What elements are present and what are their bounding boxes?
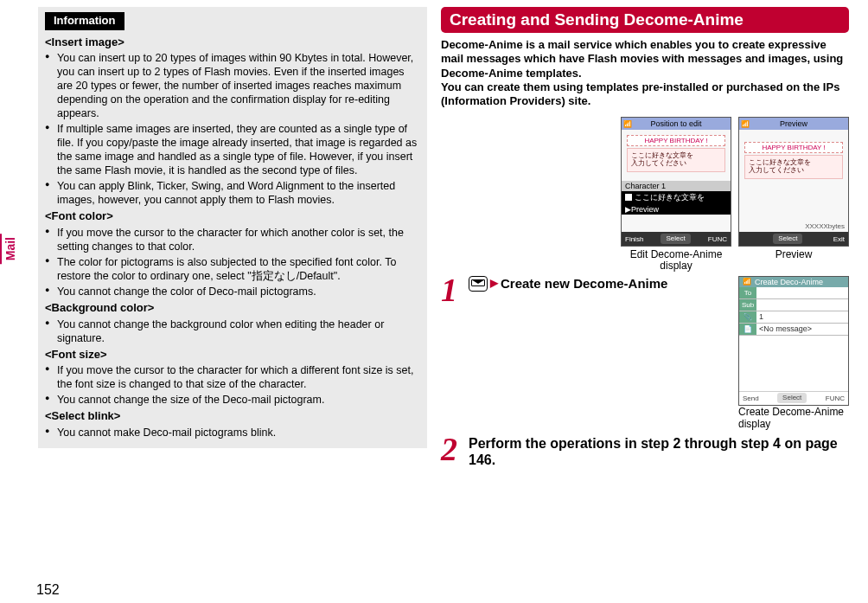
left-column: Information <Insert image> You can inser… [12,7,434,603]
phone-edit: 📶 Position to edit HAPPY BIRTHDAY ! ここに好… [621,117,731,272]
list-item: If multiple same images are inserted, th… [45,122,420,177]
list-item: The color for pictograms is also subject… [45,255,420,283]
page-number: 152 [36,582,60,598]
phone-edit-screen: 📶 Position to edit HAPPY BIRTHDAY ! ここに好… [621,117,731,247]
antenna-icon: 📶 [741,120,750,128]
heading-insert-image: <Insert image> [45,35,420,50]
status-title: Position to edit [650,119,701,128]
highlight-text: ここに好きな文章を [635,192,705,203]
clip-icon: 📎 [739,311,756,323]
phone-preview: 📶 Preview HAPPY BIRTHDAY ! ここに好きな文章を 入力し… [738,117,849,272]
step-number: 2 [441,435,463,463]
list-font-size: If you move the cursor to the character … [45,363,420,407]
step-body: ▶ Create new Decome-Anime [469,276,731,292]
compose-title: Create Deco-Anime [755,278,823,286]
list-background-color: You cannot change the background color w… [45,318,420,345]
phone-preview-screen: 📶 Preview HAPPY BIRTHDAY ! ここに好きな文章を 入力し… [738,117,849,247]
heading-select-blink: <Select blink> [45,409,420,424]
list-item: You cannot change the background color w… [45,318,420,345]
softkey-left[interactable]: Finish [625,235,643,243]
field-attach[interactable]: 📎1 [739,311,848,324]
field-sub[interactable]: Sub [739,299,848,311]
softkey-bar: Send Select FUNC [739,391,848,405]
softkey-select[interactable]: Select [661,234,690,244]
mail-key-icon[interactable] [469,276,488,292]
list-item: You can apply Blink, Ticker, Swing, and … [45,179,420,207]
preview-row: ▶ Preview [622,204,731,215]
jp-placeholder-text: ここに好きな文章を 入力してください [627,148,725,172]
step1-block: 📶 Create Deco-Anime To Sub 📎1 📄<No messa… [441,276,849,430]
banner-text: HAPPY BIRTHDAY ! [627,135,725,146]
softkey-select[interactable]: Select [777,393,807,403]
preview-label: Preview [631,205,659,214]
field-value [756,299,848,311]
status-bar: 📶 Position to edit [622,118,731,130]
softkey-right[interactable]: Exit [833,235,845,243]
step-text: Perform the operations in step 2 through… [469,435,849,468]
list-insert-image: You can insert up to 20 types of images … [45,51,420,207]
step-2: 2 Perform the operations in step 2 throu… [441,435,849,468]
character-label: Character 1 [622,181,731,191]
nav-arrow-icon: ▶ [490,277,498,289]
step-1: 1 ▶ Create new Decome-Anime [441,276,731,304]
phone-screenshots-row: 📶 Position to edit HAPPY BIRTHDAY ! ここに好… [441,117,849,272]
antenna-icon: 📶 [623,120,632,128]
field-value [756,287,848,298]
compose-title-bar: 📶 Create Deco-Anime [739,277,848,287]
right-column: Creating and Sending Decome-Anime Decome… [434,7,856,603]
step-number: 1 [441,276,463,304]
field-tag-to: To [739,287,756,298]
antenna-icon: 📶 [743,278,751,285]
list-item: You can insert up to 20 types of images … [45,51,420,120]
list-item: You cannot make Deco-mail pictograms bli… [45,426,420,439]
field-tag-sub: Sub [739,299,756,311]
heading-background-color: <Background color> [45,301,420,316]
document-page: Mail Information <Insert image> You can … [0,0,868,603]
list-item: If you move the cursor to the character … [45,363,420,391]
side-tab-mail: Mail [0,234,19,264]
softkey-func[interactable]: FUNC [826,395,845,402]
status-title: Preview [780,119,807,128]
information-box: Information <Insert image> You can inser… [38,7,427,448]
softkey-bar: Select Exit [739,232,848,246]
phone-compose-screen: 📶 Create Deco-Anime To Sub 📎1 📄<No messa… [738,276,849,406]
heading-font-size: <Font size> [45,348,420,362]
softkey-bar: Finish Select FUNC [622,232,731,246]
status-bar: 📶 Preview [739,118,848,130]
field-value: <No message> [756,324,848,335]
phone-preview-caption: Preview [738,249,849,260]
field-to[interactable]: To [739,287,848,299]
doc-icon: 📄 [739,324,756,335]
softkey-send[interactable]: Send [743,395,759,402]
heading-font-color: <Font color> [45,209,420,224]
phone-edit-caption: Edit Decome-Anime display [621,249,731,272]
character-highlight-row: ここに好きな文章を [622,191,731,204]
list-font-color: If you move the cursor to the character … [45,226,420,298]
list-item: You cannot change the color of Deco-mail… [45,285,420,298]
section-title-bar: Creating and Sending Decome-Anime [441,7,849,33]
field-message[interactable]: 📄<No message> [739,324,848,336]
section-description: Decome-Anime is a mail service which ena… [441,38,849,108]
list-item: If you move the cursor to the character … [45,226,420,253]
step-text: Create new Decome-Anime [501,276,667,292]
jp-placeholder-text: ここに好きな文章を 入力してください [744,155,843,179]
softkey-right[interactable]: FUNC [708,235,727,243]
list-item: You cannot change the size of the Deco-m… [45,393,420,407]
phone-compose: 📶 Create Deco-Anime To Sub 📎1 📄<No messa… [738,276,849,430]
square-icon [625,194,632,201]
information-label: Information [45,12,124,30]
phone-compose-caption: Create Decome-Anime display [738,406,849,430]
list-select-blink: You cannot make Deco-mail pictograms bli… [45,426,420,439]
banner-text: HAPPY BIRTHDAY ! [744,142,843,153]
bytes-label: XXXXXbytes [805,222,845,230]
softkey-select[interactable]: Select [773,234,802,244]
field-value: 1 [756,311,848,323]
